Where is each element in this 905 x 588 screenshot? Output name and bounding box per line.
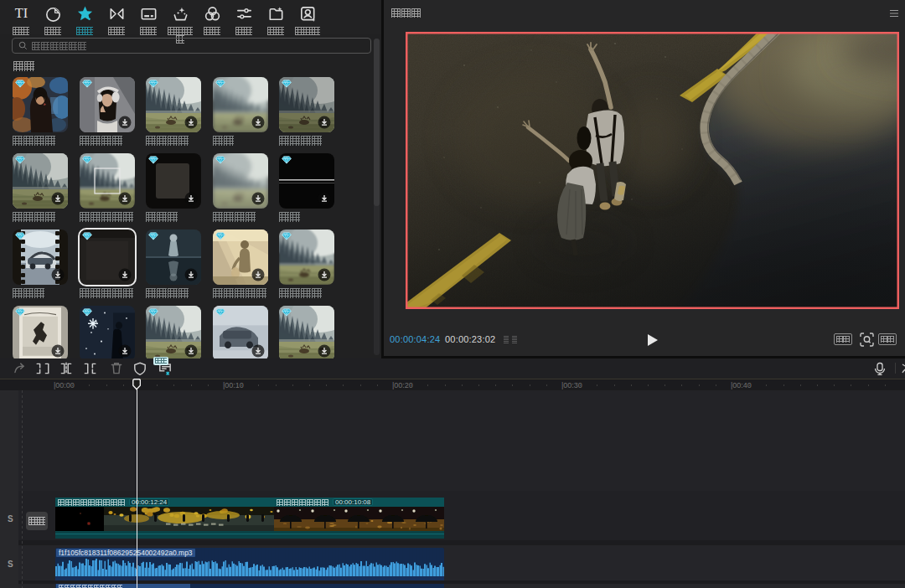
svg-text:TI: TI — [14, 5, 27, 21]
